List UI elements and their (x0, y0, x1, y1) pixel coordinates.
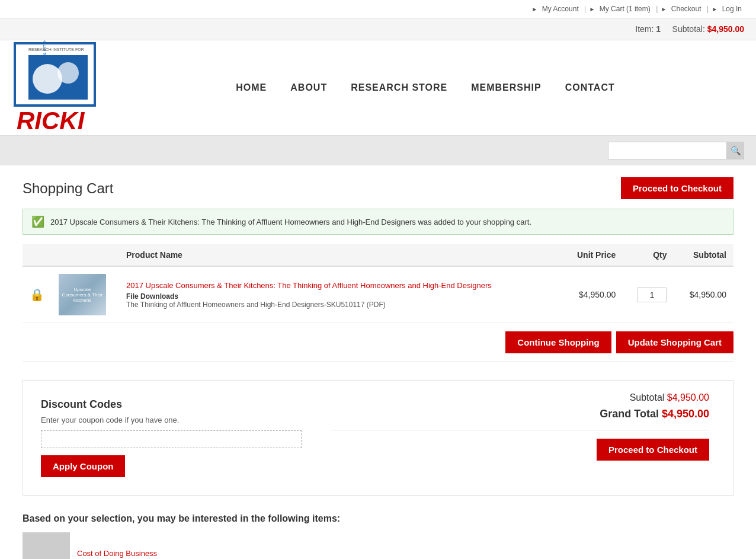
logo-svg[interactable]: COOKING & KITCHEN INTELLIGENCE RESEARCH … (12, 40, 101, 135)
remove-icon[interactable]: 🔒 (30, 288, 44, 301)
success-text: 2017 Upscale Consumers & Their Kitchens:… (50, 218, 531, 226)
login-link[interactable]: Log In (722, 5, 742, 13)
discount-title: Discount Codes (41, 398, 302, 411)
col-remove (23, 244, 52, 266)
rec-thumbnail (23, 532, 70, 559)
coupon-input[interactable] (41, 430, 302, 448)
page-title: Shopping Cart (23, 180, 113, 197)
file-name: The Thinking of Affluent Homeowners and … (126, 301, 554, 309)
nav-about[interactable]: ABOUT (290, 82, 327, 93)
bottom-section: Discount Codes Enter your coupon code if… (23, 380, 733, 496)
recommendations-heading: Based on your selection, you may be inte… (23, 513, 733, 524)
subtotal-cell: $4,950.00 (674, 266, 733, 323)
summary-grand-total-label: Grand Total (600, 408, 659, 420)
col-unit-price-header: Unit Price (561, 244, 623, 266)
product-name-link[interactable]: 2017 Upscale Consumers & Their Kitchens:… (126, 281, 492, 290)
col-product-header: Product Name (119, 244, 561, 266)
order-summary: Subtotal $4,950.00 Grand Total $4,950.00… (331, 392, 721, 461)
remove-cell: 🔒 (23, 266, 52, 323)
qty-cell (623, 266, 674, 323)
subtotal-label: Subtotal: (672, 24, 705, 34)
checkout-link[interactable]: Checkout (671, 5, 701, 13)
success-message: ✅ 2017 Upscale Consumers & Their Kitchen… (23, 209, 733, 235)
main-content: Shopping Cart Proceed to Checkout ✅ 2017… (11, 165, 745, 559)
search-input[interactable] (608, 142, 744, 159)
header: COOKING & KITCHEN INTELLIGENCE RESEARCH … (0, 40, 756, 136)
nav-membership[interactable]: MEMBERSHIP (471, 82, 541, 93)
arrow-icon4: ► (712, 6, 717, 12)
col-thumb (52, 244, 119, 266)
cart-summary-bar: Item: 1 Subtotal: $4,950.00 (0, 18, 756, 40)
proceed-checkout-top-button[interactable]: Proceed to Checkout (621, 177, 733, 199)
rec-item: Cost of Doing Business (23, 532, 733, 559)
rec-item-link[interactable]: Cost of Doing Business (77, 549, 157, 558)
arrow-icon2: ► (590, 6, 595, 12)
arrow-icon: ► (531, 6, 537, 12)
discount-codes: Discount Codes Enter your coupon code if… (35, 392, 307, 483)
item-label: Item: (635, 24, 654, 34)
my-account-link[interactable]: My Account (542, 5, 579, 13)
svg-text:RESEARCH INSTITUTE FOR: RESEARCH INSTITUTE FOR (28, 47, 84, 52)
recommendations: Based on your selection, you may be inte… (23, 513, 733, 559)
discount-description: Enter your coupon code if you have one. (41, 416, 302, 424)
search-bar-area: 🔍 (0, 136, 756, 165)
main-nav: HOME ABOUT RESEARCH STORE MEMBERSHIP CON… (107, 71, 744, 105)
logo-area: COOKING & KITCHEN INTELLIGENCE RESEARCH … (12, 40, 107, 135)
svg-point-5 (57, 62, 79, 84)
summary-subtotal-row: Subtotal $4,950.00 (331, 392, 709, 403)
summary-grand-total-row: Grand Total $4,950.00 (331, 408, 709, 420)
nav-home[interactable]: HOME (236, 82, 267, 93)
update-cart-button[interactable]: Update Shopping Cart (616, 331, 733, 353)
item-count: 1 (656, 24, 661, 34)
continue-shopping-button[interactable]: Continue Shopping (505, 331, 611, 353)
search-button[interactable]: 🔍 (726, 142, 744, 159)
nav-research-store[interactable]: RESEARCH STORE (351, 82, 447, 93)
proceed-checkout-bottom-button[interactable]: Proceed to Checkout (597, 439, 709, 461)
summary-subtotal-label: Subtotal (630, 392, 665, 403)
apply-coupon-button[interactable]: Apply Coupon (41, 455, 125, 477)
cart-actions: Continue Shopping Update Shopping Cart (23, 323, 733, 362)
summary-divider (331, 430, 709, 430)
summary-subtotal-value: $4,950.00 (667, 392, 709, 403)
page-title-row: Shopping Cart Proceed to Checkout (23, 177, 733, 199)
file-downloads-label: File Downloads (126, 292, 554, 301)
unit-price-cell: $4,950.00 (561, 266, 623, 323)
svg-text:RICKI: RICKI (17, 107, 85, 135)
summary-grand-total-value: $4,950.00 (662, 408, 709, 420)
svg-point-4 (33, 64, 62, 94)
product-thumbnail: Upscale Consumers & Their Kitchens (59, 274, 106, 315)
col-qty-header: Qty (623, 244, 674, 266)
product-name-cell: 2017 Upscale Consumers & Their Kitchens:… (119, 266, 561, 323)
my-cart-link[interactable]: My Cart (1 item) (600, 5, 651, 13)
search-wrap: 🔍 (608, 142, 744, 159)
arrow-icon3: ► (661, 6, 667, 12)
col-subtotal-header: Subtotal (674, 244, 733, 266)
subtotal-value: $4,950.00 (707, 24, 744, 34)
cart-table: Product Name Unit Price Qty Subtotal 🔒 U… (23, 244, 733, 323)
top-bar: ► My Account | ► My Cart (1 item) | ► Ch… (0, 0, 756, 18)
success-icon: ✅ (31, 215, 44, 228)
table-row: 🔒 Upscale Consumers & Their Kitchens 201… (23, 266, 733, 323)
thumb-cell: Upscale Consumers & Their Kitchens (52, 266, 119, 323)
nav-contact[interactable]: CONTACT (565, 82, 615, 93)
qty-input[interactable] (637, 288, 667, 302)
